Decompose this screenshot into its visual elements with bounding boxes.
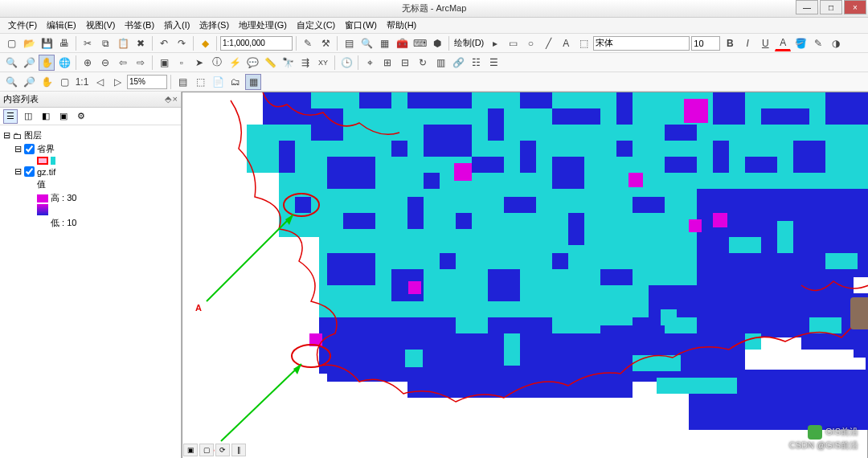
new-icon[interactable]: ▢	[3, 35, 19, 51]
georef-link-icon[interactable]: 🔗	[450, 55, 466, 71]
time-slider-icon[interactable]: 🕒	[338, 55, 354, 71]
editor-icon[interactable]: ✎	[300, 35, 316, 51]
delete-icon[interactable]: ✖	[133, 35, 149, 51]
map-canvas[interactable]: A B	[182, 92, 868, 458]
font-select[interactable]	[593, 36, 690, 51]
toolbox-icon[interactable]: 🧰	[394, 35, 410, 51]
select-arrow-icon[interactable]: ➤	[191, 55, 207, 71]
layout-pan-icon[interactable]: ✋	[39, 74, 55, 90]
options-icon[interactable]: ⚙	[74, 109, 88, 124]
font-color-icon[interactable]: A	[775, 35, 791, 51]
list-by-draw-icon[interactable]: ☰	[3, 109, 18, 124]
fixed-zoom-in-icon[interactable]: ⊕	[80, 55, 96, 71]
fill-color-icon[interactable]: 🪣	[792, 35, 809, 51]
circle-icon[interactable]: ○	[522, 35, 538, 51]
cut-icon[interactable]: ✂	[80, 35, 96, 51]
scale-input[interactable]	[220, 36, 293, 51]
zoom-out-icon[interactable]: 🔎	[21, 55, 37, 71]
table-icon[interactable]: ▦	[376, 35, 392, 51]
clear-select-icon[interactable]: ▫	[174, 55, 190, 71]
measure-icon[interactable]: 📏	[262, 55, 278, 71]
select-features-icon[interactable]: ▣	[156, 55, 172, 71]
bold-button[interactable]: B	[722, 35, 738, 51]
toggle-draft-icon[interactable]: ▤	[174, 74, 190, 90]
draw-label[interactable]: 绘制(D)	[452, 37, 485, 49]
hyperlink-icon[interactable]: ⚡	[227, 55, 243, 71]
list-by-source-icon[interactable]: ◫	[21, 109, 35, 124]
georef-icon3[interactable]: ⊟	[397, 55, 413, 71]
layout-view-tab[interactable]: ▢	[199, 444, 214, 456]
font-size[interactable]	[691, 36, 720, 51]
prev-extent-icon[interactable]: ⇦	[115, 55, 131, 71]
tree-layer-1[interactable]: ⊟省界	[3, 142, 178, 156]
pause-icon[interactable]: ‖	[231, 444, 246, 456]
layout-zoom-in-icon[interactable]: 🔍	[3, 74, 19, 90]
data-driven3-icon[interactable]: ▦	[245, 74, 261, 90]
georef-table-icon[interactable]: ☷	[468, 55, 484, 71]
layout-zoom-out-icon[interactable]: 🔎	[21, 74, 37, 90]
list-by-visible-icon[interactable]: ◧	[39, 109, 53, 124]
menu-insert[interactable]: 插入(I)	[159, 19, 194, 31]
undo-icon[interactable]: ↶	[156, 35, 172, 51]
layer1-symbol[interactable]	[3, 156, 178, 166]
side-handle[interactable]	[850, 297, 868, 329]
menu-edit[interactable]: 编辑(E)	[42, 19, 81, 31]
marker-color-icon[interactable]: ◑	[828, 35, 844, 51]
refresh-icon[interactable]: ⟳	[215, 444, 230, 456]
next-extent-icon[interactable]: ⇨	[133, 55, 149, 71]
tool-icon[interactable]: ⚒	[317, 35, 334, 51]
pan-icon[interactable]: ✋	[39, 55, 55, 71]
print-icon[interactable]: 🖶	[56, 35, 72, 51]
layout-next-icon[interactable]: ▷	[109, 74, 125, 90]
search-icon[interactable]: 🔍	[358, 35, 375, 51]
identify-icon[interactable]: ⓘ	[209, 55, 225, 71]
tree-layer-2[interactable]: ⊟gz.tif	[3, 166, 178, 178]
layout-prev-icon[interactable]: ◁	[92, 74, 108, 90]
callout-icon[interactable]: ⬚	[575, 35, 592, 51]
text-A-icon[interactable]: A	[558, 35, 574, 51]
data-view-tab[interactable]: ▣	[183, 444, 198, 456]
layer2-checkbox[interactable]	[24, 166, 35, 177]
menu-select[interactable]: 选择(S)	[194, 19, 234, 31]
paste-icon[interactable]: 📋	[115, 35, 131, 51]
data-driven2-icon[interactable]: 🗂	[227, 74, 244, 90]
layout-whole-icon[interactable]: ▢	[56, 74, 72, 90]
open-icon[interactable]: 📂	[21, 35, 37, 51]
pin-icon[interactable]: ⬘	[165, 94, 171, 104]
zoom-in-icon[interactable]: 🔍	[3, 55, 19, 71]
italic-button[interactable]: I	[739, 35, 755, 51]
layout-zoom-input[interactable]	[127, 75, 167, 89]
underline-button[interactable]: U	[757, 35, 773, 51]
georef-table2-icon[interactable]: ☰	[485, 55, 502, 71]
copy-icon[interactable]: ⧉	[97, 35, 113, 51]
close-button[interactable]: ×	[844, 0, 866, 14]
redo-icon[interactable]: ↷	[174, 35, 190, 51]
tree-dataframe[interactable]: ⊟🗀图层	[3, 129, 178, 142]
line-icon[interactable]: ╱	[540, 35, 556, 51]
fixed-zoom-out-icon[interactable]: ⊖	[97, 55, 113, 71]
menu-help[interactable]: 帮助(H)	[382, 19, 421, 31]
georef-icon2[interactable]: ⊞	[379, 55, 395, 71]
georef-fit-icon[interactable]: ▥	[432, 55, 448, 71]
data-driven-icon[interactable]: 📄	[210, 74, 226, 90]
goto-xy-icon[interactable]: XY	[315, 55, 331, 71]
toc-close-icon[interactable]: ×	[173, 94, 178, 104]
html-popup-icon[interactable]: 💬	[244, 55, 260, 71]
menu-geoprocessing[interactable]: 地理处理(G)	[234, 19, 292, 31]
model-icon[interactable]: ⬢	[429, 35, 445, 51]
georef-rot-icon[interactable]: ↻	[415, 55, 431, 71]
menu-view[interactable]: 视图(V)	[81, 19, 121, 31]
georef-icon[interactable]: ⌖	[362, 55, 378, 71]
menu-file[interactable]: 文件(F)	[3, 19, 42, 31]
find-route-icon[interactable]: ⇶	[297, 55, 313, 71]
menu-window[interactable]: 窗口(W)	[340, 19, 382, 31]
list-by-select-icon[interactable]: ▣	[56, 109, 71, 124]
minimize-button[interactable]: —	[796, 0, 818, 14]
layer1-checkbox[interactable]	[24, 144, 35, 154]
save-icon[interactable]: 💾	[39, 35, 55, 51]
python-icon[interactable]: ⌨	[411, 35, 428, 51]
rect-icon[interactable]: ▭	[505, 35, 521, 51]
add-data-icon[interactable]: ◆	[197, 35, 213, 51]
line-color-icon[interactable]: ✎	[810, 35, 826, 51]
layout-100-icon[interactable]: 1:1	[74, 74, 90, 90]
